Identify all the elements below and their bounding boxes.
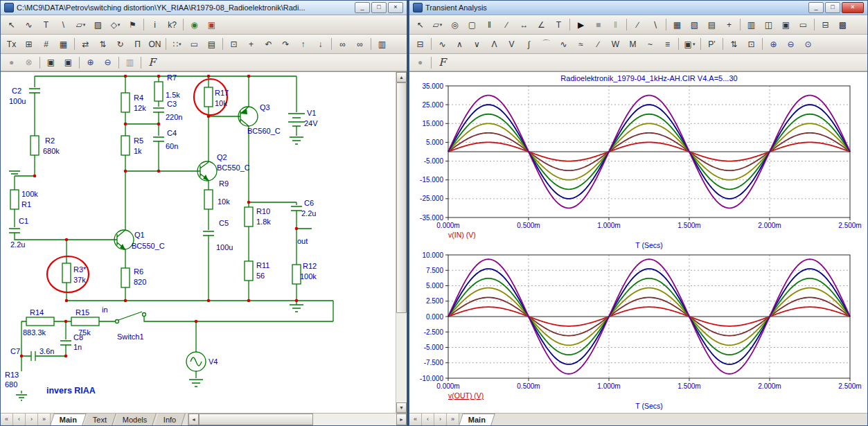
text-mode[interactable]: T — [551, 17, 567, 33]
next-page-button[interactable]: › — [26, 414, 38, 425]
help-mode[interactable]: k? — [164, 17, 181, 33]
text-mode[interactable]: T — [38, 17, 55, 33]
cursor-next[interactable]: ∿ — [434, 37, 451, 52]
step-part[interactable]: Π — [130, 37, 146, 52]
maximize-button[interactable]: □ — [371, 2, 387, 13]
toggle-on[interactable]: ON — [147, 37, 163, 52]
zoom-in-button[interactable]: ⊕ — [82, 55, 99, 70]
close-button[interactable]: × — [388, 2, 403, 13]
frames-button[interactable]: ▥ — [122, 55, 139, 70]
vertical-axis-grids[interactable]: ◫ — [761, 17, 777, 33]
tokens-toggle[interactable]: ▧ — [687, 17, 703, 33]
wave-left-button[interactable]: ∿ — [556, 37, 572, 52]
horizontal-scroll-track[interactable] — [199, 414, 396, 425]
border-toggle[interactable]: ▭ — [186, 37, 203, 52]
round-button[interactable]: ⌒ — [538, 37, 555, 52]
undo-button[interactable]: ↶ — [260, 37, 277, 52]
component-symbols[interactable] — [10, 82, 301, 371]
pause-button[interactable]: ‖ — [608, 17, 624, 33]
flip-horizontal[interactable]: ⇄ — [78, 37, 94, 52]
component-picker[interactable]: ◇▾ — [107, 17, 124, 33]
graphics-mode[interactable]: ▱▾ — [73, 17, 89, 33]
tab-text[interactable]: Text — [84, 414, 116, 425]
run-button[interactable]: ▶ — [573, 17, 590, 33]
horizontal-tag[interactable]: ↔ — [516, 17, 533, 33]
tab-models[interactable]: Models — [114, 414, 157, 425]
select-tool[interactable]: ↖ — [412, 17, 429, 33]
minimize-button[interactable]: _ — [355, 2, 370, 13]
graphics-mode[interactable]: ▱▾ — [429, 17, 446, 33]
component-picker-dropdown-arrow[interactable]: ▾ — [118, 22, 121, 28]
align-cursors-button[interactable]: ⇅ — [726, 37, 743, 52]
scroll-down-button[interactable]: ▼ — [396, 402, 407, 413]
analysis-plot-area[interactable]: 35.00025.00015.0005.000-5.000-15.000-25.… — [409, 71, 867, 413]
tab-main[interactable]: Main — [459, 414, 495, 425]
redo-button[interactable]: ↷ — [278, 37, 294, 52]
valley-button[interactable]: ∨ — [469, 37, 486, 52]
bring-front[interactable]: ↑ — [295, 37, 312, 52]
minimize-button[interactable]: _ — [808, 2, 824, 13]
tab-info[interactable]: Info — [154, 414, 186, 425]
envelope-top-button[interactable]: W — [608, 37, 624, 52]
helpers-button[interactable]: ▥ — [374, 37, 391, 52]
minor-log-grids[interactable]: ▣ — [778, 17, 795, 33]
graphics-mode-dropdown-arrow[interactable]: ▾ — [440, 22, 443, 28]
node-numbers[interactable]: # — [38, 37, 55, 52]
copy-page[interactable]: ▣ — [60, 55, 77, 70]
flag-mode[interactable]: ⚑ — [125, 17, 141, 33]
zoom-out-button[interactable]: ⊖ — [100, 55, 116, 70]
stop-button[interactable]: ■ — [590, 17, 607, 33]
function-source-button[interactable]: F — [434, 55, 451, 70]
prev-page-button[interactable]: ‹ — [13, 414, 26, 425]
graphics-mode-dropdown-arrow[interactable]: ▾ — [83, 22, 86, 28]
zoom-in-button[interactable]: ⊕ — [765, 37, 782, 52]
find-button[interactable]: ∞ — [335, 37, 351, 52]
slope-tag[interactable]: ∠ — [533, 17, 550, 33]
zoom-auto-button[interactable]: ⊙ — [800, 37, 817, 52]
zoom-region[interactable]: ⊡ — [226, 37, 242, 52]
grid-pattern[interactable]: ▦ — [55, 37, 72, 52]
function-source-button[interactable]: F — [144, 55, 161, 70]
wire-mode[interactable]: ∿ — [21, 17, 37, 33]
slope-button[interactable]: ∕ — [590, 37, 607, 52]
last-page-button[interactable]: » — [38, 414, 51, 425]
cursor-left-branch[interactable]: ∕ — [630, 17, 646, 33]
vertical-scroll-track[interactable] — [396, 82, 407, 402]
overlay-button[interactable]: ≡ — [659, 37, 676, 52]
send-back[interactable]: ↓ — [312, 37, 329, 52]
close-button[interactable]: × — [842, 2, 864, 13]
grid-dots-dropdown-arrow[interactable]: ▾ — [179, 42, 181, 47]
picture-mode[interactable]: ▨ — [90, 17, 107, 33]
horizontal-scroll-thumb[interactable] — [199, 414, 313, 425]
baseline-toggle[interactable]: ▭ — [795, 17, 812, 33]
schematic-area[interactable]: C2 100u R2 680k 100k R1 C1 2.2u R3* 37k … — [1, 71, 407, 413]
plus-mark-toggle[interactable]: + — [721, 17, 738, 33]
next-page-button[interactable]: › — [434, 414, 447, 425]
low-button[interactable]: V — [504, 37, 520, 52]
properties-button[interactable]: ▩ — [835, 17, 851, 33]
vertical-scrollbar[interactable]: ▲ ▼ — [396, 72, 407, 413]
close-file-button[interactable]: ⊗ — [21, 55, 37, 70]
line-mode[interactable]: \ — [55, 17, 72, 33]
panel-layout[interactable]: ⊟ — [817, 17, 834, 33]
wave-right-button[interactable]: ≈ — [573, 37, 590, 52]
pin-markers[interactable]: ⊞ — [21, 37, 37, 52]
scroll-up-button[interactable]: ▲ — [396, 72, 407, 82]
flip-vertical[interactable]: ⇅ — [95, 37, 112, 52]
ruler-toggle[interactable]: ▤ — [704, 17, 720, 33]
data-points-toggle[interactable]: ▦ — [669, 17, 686, 33]
grid-dots[interactable]: ∷▾ — [169, 37, 186, 52]
info-mode[interactable]: i — [147, 17, 163, 33]
zoom-out-button[interactable]: ⊖ — [783, 37, 799, 52]
scroll-right-button[interactable]: ► — [396, 414, 407, 425]
first-page-button[interactable]: « — [1, 414, 13, 425]
p-prime-button[interactable]: P' — [704, 37, 720, 52]
title-block[interactable]: ▤ — [204, 37, 220, 52]
image-button[interactable]: ▣ — [204, 17, 220, 33]
waveform-plot-vin[interactable]: 35.00025.00015.0005.000-5.000-15.000-25.… — [409, 72, 865, 249]
select-tool[interactable]: ↖ — [3, 17, 20, 33]
pan-tool[interactable]: + — [243, 37, 260, 52]
analysis-titlebar[interactable]: Transient Analysis _ □ × — [409, 1, 867, 15]
info-ball[interactable]: ● — [412, 55, 429, 70]
scope-probe[interactable]: ◎ — [447, 17, 463, 33]
